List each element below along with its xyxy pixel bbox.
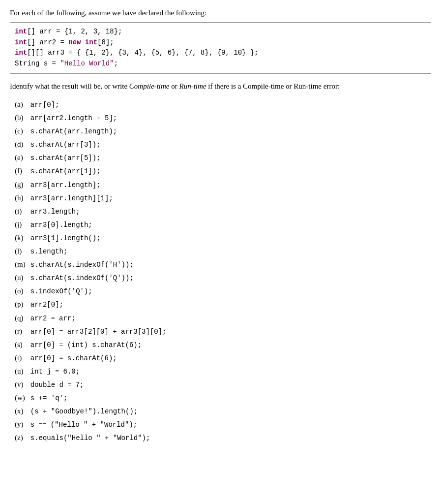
list-item: (o) s.indexOf('Q'); (10, 284, 431, 298)
list-item: (k) arr3[1].length(); (10, 231, 431, 245)
list-item: (p) arr2[0]; (10, 298, 431, 311)
list-item: (q) arr2 = arr; (10, 312, 431, 325)
list-item: (f) s.charAt(arr[1]); (10, 164, 431, 178)
list-item: (y) s == ("Hello " + "World"); (10, 418, 431, 431)
code-line-2: int[] arr2 = new int[8]; (15, 37, 426, 48)
list-item: (b) arr[arr2.length - 5]; (10, 111, 431, 125)
code-line-4: String s = "Hello World"; (15, 59, 426, 69)
intro-text: For each of the following, assume we hav… (10, 9, 431, 17)
list-item: (i) arr3.length; (10, 205, 431, 218)
list-item: (u) int j = 6.0; (10, 365, 431, 378)
list-item: (x) (s + "Goodbye!").length(); (10, 405, 431, 418)
question-text: Identify what the result will be, or wri… (10, 81, 431, 92)
list-item: (c) s.charAt(arr.length); (10, 125, 431, 138)
code-line-3: int[][] arr3 = { {1, 2}, {3, 4}, {5, 6},… (15, 48, 426, 59)
list-item: (e) s.charAt(arr[5]); (10, 151, 431, 164)
items-list: (a) arr[0]; (b) arr[arr2.length - 5]; (c… (10, 98, 431, 444)
list-item: (z) s.equals("Hello " + "World"); (10, 431, 431, 444)
code-block: int[] arr = {1, 2, 3, 18}; int[] arr2 = … (10, 22, 431, 74)
list-item: (l) s.length; (10, 245, 431, 258)
list-item: (g) arr3[arr.length]; (10, 178, 431, 191)
list-item: (n) s.charAt(s.indexOf('Q')); (10, 271, 431, 284)
list-item: (s) arr[0] = (int) s.charAt(6); (10, 338, 431, 351)
list-item: (j) arr3[0].length; (10, 218, 431, 231)
list-item: (a) arr[0]; (10, 98, 431, 111)
list-item: (w) s += 'q'; (10, 391, 431, 405)
list-item: (d) s.charAt(arr[3]); (10, 138, 431, 151)
list-item: (v) double d = 7; (10, 378, 431, 391)
code-line-1: int[] arr = {1, 2, 3, 18}; (15, 27, 426, 37)
list-item: (t) arr[0] = s.charAt(6); (10, 351, 431, 365)
list-item: (m) s.charAt(s.indexOf('H')); (10, 258, 431, 271)
list-item: (h) arr3[arr.length][1]; (10, 191, 431, 205)
list-item: (r) arr[0] = arr3[2][0] + arr3[3][0]; (10, 325, 431, 338)
